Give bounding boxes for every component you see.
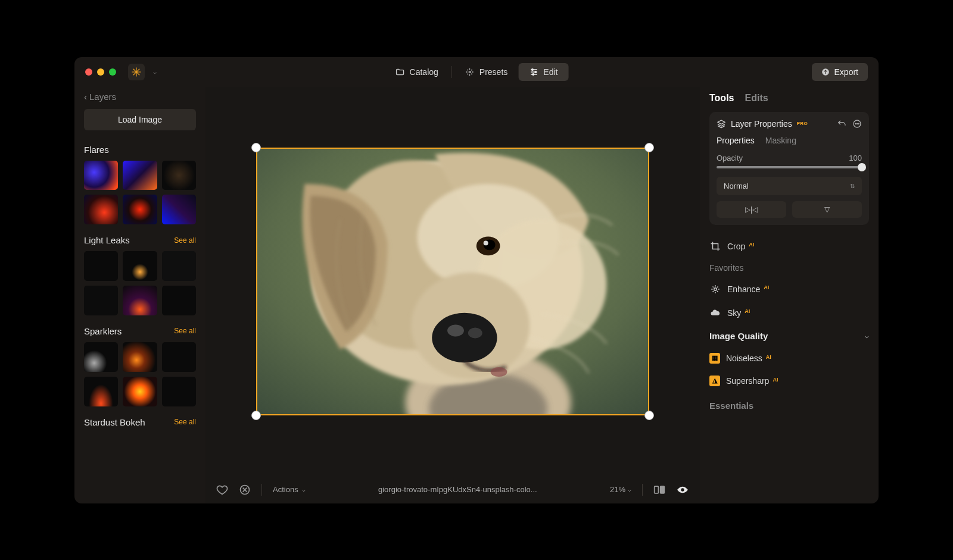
noiseless-label: Noiseless bbox=[726, 353, 762, 363]
overlay-thumbnail[interactable] bbox=[84, 161, 118, 190]
overlay-thumbnail[interactable] bbox=[162, 342, 196, 372]
overlay-thumbnail[interactable] bbox=[84, 377, 118, 406]
overlay-thumbnail[interactable] bbox=[162, 377, 196, 406]
main-area: ‹ Layers Load Image Flares Light Leaks S… bbox=[74, 87, 879, 503]
catalog-tab[interactable]: Catalog bbox=[385, 63, 449, 81]
layer-properties-panel: Layer Properties PRO Properties Masking … bbox=[709, 112, 869, 225]
supersharp-tool[interactable]: ◮ Supersharp AI bbox=[709, 370, 869, 392]
slider-knob[interactable] bbox=[858, 163, 866, 171]
separator bbox=[642, 484, 643, 496]
zoom-menu[interactable]: 21% ⌵ bbox=[610, 485, 631, 494]
noiseless-tool[interactable]: ▦ Noiseless AI bbox=[709, 347, 869, 370]
overlay-thumbnail[interactable] bbox=[162, 286, 196, 315]
crop-label: Crop bbox=[727, 242, 745, 251]
canvas-image bbox=[256, 148, 649, 415]
overlay-thumbnail[interactable] bbox=[84, 342, 118, 372]
essentials-section-label: Essentials bbox=[709, 392, 869, 415]
window-controls bbox=[85, 68, 116, 76]
back-to-layers-button[interactable]: ‹ Layers bbox=[84, 92, 196, 102]
layer-sub-tabs: Properties Masking bbox=[717, 136, 862, 145]
category-header-stardust: Stardust Bokeh See all bbox=[84, 417, 196, 427]
image-quality-section[interactable]: Image Quality ⌵ bbox=[709, 325, 869, 347]
actions-menu[interactable]: Actions ⌵ bbox=[273, 485, 306, 494]
svg-point-35 bbox=[858, 123, 859, 124]
crop-icon bbox=[709, 240, 721, 252]
tools-tab[interactable]: Tools bbox=[709, 93, 734, 104]
undo-icon bbox=[837, 119, 846, 129]
see-all-link[interactable]: See all bbox=[174, 418, 196, 426]
select-chevron-icon: ⇅ bbox=[850, 183, 855, 189]
overlay-thumbnail[interactable] bbox=[84, 251, 118, 281]
reject-button[interactable] bbox=[239, 484, 251, 496]
blend-mode-select[interactable]: Normal ⇅ bbox=[717, 177, 862, 195]
svg-point-9 bbox=[535, 71, 537, 73]
overlay-thumbnail[interactable] bbox=[162, 195, 196, 224]
resize-handle-br[interactable] bbox=[644, 411, 654, 420]
heart-icon bbox=[216, 484, 228, 496]
chevron-down-icon: ⌵ bbox=[865, 332, 869, 340]
resize-handle-tr[interactable] bbox=[644, 143, 654, 152]
image-frame[interactable] bbox=[256, 148, 649, 415]
flip-vertical-button[interactable]: ▽ bbox=[792, 201, 862, 218]
resize-handle-tl[interactable] bbox=[251, 143, 261, 152]
canvas-viewport[interactable] bbox=[205, 87, 700, 476]
overlay-thumbnail[interactable] bbox=[123, 342, 157, 372]
enhance-tool[interactable]: Enhance AI bbox=[709, 277, 869, 301]
blend-mode-value: Normal bbox=[724, 182, 749, 190]
overlay-thumbnail[interactable] bbox=[123, 251, 157, 281]
svg-point-4 bbox=[469, 71, 471, 73]
export-button[interactable]: Export bbox=[812, 63, 868, 81]
svg-point-36 bbox=[714, 287, 717, 290]
edit-tab[interactable]: Edit bbox=[518, 63, 568, 81]
svg-point-23 bbox=[491, 367, 507, 377]
filename-label: giorgio-trovato-mIpgKUdxSn4-unsplash-col… bbox=[378, 485, 537, 494]
right-panel: Tools Edits Layer Properties PRO Propert… bbox=[700, 87, 879, 503]
opacity-slider[interactable] bbox=[717, 166, 862, 168]
cloud-icon bbox=[709, 307, 721, 319]
svg-point-22 bbox=[468, 327, 482, 338]
sky-tool[interactable]: Sky AI bbox=[709, 301, 869, 325]
right-panel-tabs: Tools Edits bbox=[709, 93, 869, 104]
export-label: Export bbox=[834, 67, 858, 77]
svg-point-20 bbox=[432, 312, 497, 362]
load-image-button[interactable]: Load Image bbox=[84, 109, 196, 130]
resize-handle-bl[interactable] bbox=[251, 411, 261, 420]
presets-icon bbox=[465, 67, 475, 77]
preview-button[interactable] bbox=[676, 485, 689, 495]
minimize-window-button[interactable] bbox=[97, 68, 104, 76]
overlay-thumbnail[interactable] bbox=[123, 286, 157, 315]
flip-v-icon: ▽ bbox=[824, 205, 830, 214]
overlay-thumbnail[interactable] bbox=[84, 286, 118, 315]
favorite-button[interactable] bbox=[216, 484, 228, 496]
app-logo[interactable] bbox=[128, 64, 145, 80]
overlay-thumbnail[interactable] bbox=[162, 251, 196, 281]
close-window-button[interactable] bbox=[85, 68, 92, 76]
overlay-thumbnail[interactable] bbox=[84, 195, 118, 224]
edit-tab-label: Edit bbox=[543, 67, 558, 77]
edits-tab[interactable]: Edits bbox=[745, 93, 768, 104]
more-icon bbox=[852, 119, 862, 129]
presets-tab[interactable]: Presets bbox=[454, 63, 518, 81]
catalog-tab-label: Catalog bbox=[410, 67, 438, 77]
back-label: Layers bbox=[89, 92, 116, 102]
flip-horizontal-button[interactable]: ▷|◁ bbox=[717, 201, 786, 218]
menu-button[interactable] bbox=[852, 119, 862, 129]
see-all-link[interactable]: See all bbox=[174, 327, 196, 335]
masking-subtab[interactable]: Masking bbox=[765, 136, 796, 145]
export-icon bbox=[821, 68, 830, 76]
properties-subtab[interactable]: Properties bbox=[717, 136, 755, 145]
overlay-thumbnail[interactable] bbox=[123, 377, 157, 406]
left-sidebar: ‹ Layers Load Image Flares Light Leaks S… bbox=[74, 87, 205, 503]
light-leaks-thumbnails bbox=[84, 251, 196, 315]
undo-button[interactable] bbox=[837, 119, 846, 129]
see-all-link[interactable]: See all bbox=[174, 236, 196, 245]
overlay-thumbnail[interactable] bbox=[123, 195, 157, 224]
svg-point-26 bbox=[484, 240, 488, 245]
compare-button[interactable] bbox=[653, 485, 665, 495]
overlay-thumbnail[interactable] bbox=[162, 161, 196, 190]
zoom-value: 21% bbox=[610, 485, 625, 494]
crop-tool[interactable]: Crop AI bbox=[709, 234, 869, 258]
app-menu-chevron-icon[interactable]: ⌵ bbox=[153, 68, 157, 75]
maximize-window-button[interactable] bbox=[109, 68, 116, 76]
overlay-thumbnail[interactable] bbox=[123, 161, 157, 190]
